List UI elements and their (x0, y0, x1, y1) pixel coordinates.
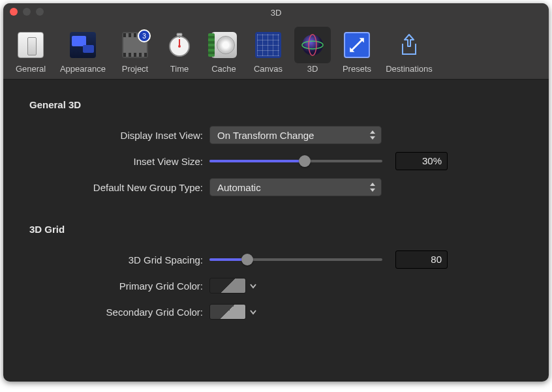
disclosure-secondary[interactable] (249, 307, 258, 316)
tab-general[interactable]: General (8, 24, 53, 75)
share-icon (396, 32, 422, 58)
tab-cache-label: Cache (211, 64, 236, 74)
slider-thumb[interactable] (299, 155, 311, 167)
label-inset-view-size: Inset View Size: (27, 156, 209, 167)
popup-arrows-icon (369, 182, 376, 192)
tab-3d[interactable]: 3D (290, 24, 335, 75)
titlebar: 3D (3, 3, 549, 22)
label-3d-grid-spacing: 3D Grid Spacing: (27, 254, 209, 265)
slider-inset-view-size[interactable] (209, 155, 382, 168)
popup-arrows-icon (369, 130, 376, 140)
tab-general-label: General (16, 64, 46, 74)
popup-display-inset-view[interactable]: On Transform Change (209, 126, 382, 144)
value-3d-grid-spacing[interactable]: 80 (395, 250, 448, 269)
project-badge: 3 (138, 29, 151, 42)
filmstrip-icon: 3 (122, 32, 148, 58)
tab-time-label: Time (170, 64, 189, 74)
preferences-window: 3D General Appearance 3 Project (3, 3, 549, 382)
switch-icon (18, 32, 44, 58)
label-primary-grid-color: Primary Grid Color: (27, 280, 209, 292)
slider-fill (209, 160, 305, 162)
close-button[interactable] (10, 8, 18, 16)
svg-point-5 (302, 35, 323, 55)
popup-display-inset-view-value: On Transform Change (217, 130, 314, 141)
tab-destinations-label: Destinations (386, 64, 433, 74)
value-inset-view-size[interactable]: 30% (395, 152, 448, 170)
section-general-3d: General 3D Display Inset View: On Transf… (27, 99, 525, 200)
maximize-button[interactable] (36, 8, 44, 16)
popup-default-new-group-value: Automatic (217, 182, 261, 193)
svg-rect-2 (179, 35, 180, 38)
tab-appearance-label: Appearance (60, 64, 106, 74)
tab-cache[interactable]: Cache (202, 24, 246, 75)
label-default-new-group: Default New Group Type: (27, 182, 209, 193)
expand-icon (344, 32, 370, 58)
label-secondary-grid-color: Secondary Grid Color: (27, 307, 209, 318)
window-controls (10, 8, 44, 16)
tab-project-label: Project (122, 64, 148, 74)
drive-icon (211, 32, 237, 58)
tab-destinations[interactable]: Destinations (379, 24, 439, 75)
disclosure-primary[interactable] (249, 281, 258, 290)
section-3d-grid: 3D Grid 3D Grid Spacing: 80 Primary Grid… (27, 224, 525, 325)
label-display-inset-view: Display Inset View: (27, 130, 209, 141)
tab-canvas[interactable]: Canvas (246, 24, 290, 75)
svg-point-4 (178, 45, 181, 48)
window-title: 3D (271, 8, 282, 18)
minimize-button[interactable] (23, 8, 31, 16)
toolbar: General Appearance 3 Project Time (3, 22, 549, 80)
stopwatch-icon (166, 32, 192, 58)
slider-3d-grid-spacing[interactable] (209, 253, 382, 266)
svg-line-8 (351, 39, 363, 51)
color-well-secondary[interactable] (209, 304, 246, 320)
tab-project[interactable]: 3 Project (113, 24, 157, 75)
tab-time[interactable]: Time (157, 24, 202, 75)
popup-default-new-group[interactable]: Automatic (209, 178, 382, 196)
windows-icon (70, 32, 96, 58)
panel-body: General 3D Display Inset View: On Transf… (3, 80, 549, 368)
section-title-general-3d: General 3D (27, 99, 525, 110)
tab-canvas-label: Canvas (254, 64, 283, 74)
grid-icon (255, 32, 281, 58)
tab-presets-label: Presets (343, 64, 371, 74)
section-title-3d-grid: 3D Grid (27, 224, 525, 235)
tab-presets[interactable]: Presets (335, 24, 379, 75)
tab-3d-label: 3D (307, 64, 318, 74)
color-well-primary[interactable] (209, 278, 246, 294)
slider-thumb[interactable] (241, 254, 253, 265)
tab-appearance[interactable]: Appearance (53, 24, 113, 75)
sphere-icon (299, 32, 326, 58)
